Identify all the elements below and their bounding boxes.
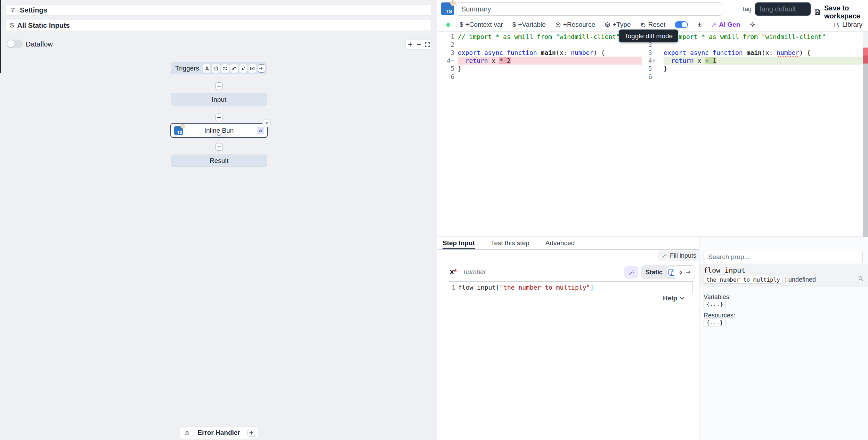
- schedule-icon[interactable]: [212, 64, 219, 73]
- code-diff-editor[interactable]: 1234−56 // import * as wmill from "windm…: [438, 31, 868, 237]
- library-button[interactable]: Library: [834, 21, 862, 28]
- reset-button[interactable]: Reset: [640, 21, 666, 28]
- fill-inputs-label: Fill inputs: [670, 252, 696, 259]
- input-node[interactable]: Input: [171, 94, 267, 105]
- add-error-handler-icon[interactable]: [248, 429, 255, 437]
- add-resource-button[interactable]: +Resource: [555, 21, 595, 28]
- line-numbers: 1234−56: [438, 33, 454, 81]
- flow-canvas[interactable]: Settings $ All Static Inputs Dataflow Tr…: [0, 0, 437, 440]
- resources-value[interactable]: {...}: [704, 319, 726, 326]
- dollar-icon: $: [460, 21, 463, 28]
- tab-advanced[interactable]: Advanced: [545, 237, 575, 249]
- flow-input-prop[interactable]: flow_input the number to multiply : unde…: [699, 264, 868, 287]
- code-token: (x:: [556, 49, 571, 56]
- settings-button[interactable]: Settings: [6, 5, 432, 16]
- code-token: [503, 49, 507, 56]
- left-scrollbar[interactable]: [0, 0, 1, 73]
- summary-input[interactable]: [456, 2, 723, 16]
- canvas-zoom-controls: [405, 39, 432, 50]
- settings-label: Settings: [20, 6, 47, 14]
- line-number: 2: [438, 41, 454, 49]
- static-mode-button[interactable]: Static: [643, 269, 665, 276]
- ai-fill-button[interactable]: [624, 266, 638, 279]
- line-number: 5: [438, 65, 454, 73]
- code-token: [709, 49, 713, 56]
- postgres-icon[interactable]: [240, 64, 247, 73]
- tab-step-input[interactable]: Step Input: [443, 237, 475, 249]
- code-line: return x + 1: [664, 57, 862, 65]
- line-number: 6: [648, 73, 660, 81]
- edge-line: [219, 151, 219, 155]
- diff-original-code[interactable]: // import * as wmill from "windmill-clie…: [458, 33, 642, 81]
- scrollbar-thumb[interactable]: [863, 64, 868, 237]
- all-static-inputs-button[interactable]: $ All Static Inputs: [6, 20, 432, 31]
- diff-overview-ruler[interactable]: [863, 32, 868, 236]
- help-button[interactable]: Help: [663, 294, 684, 302]
- zoom-in-icon[interactable]: [407, 42, 413, 47]
- code-line: export async function main(x: number) {: [458, 49, 642, 57]
- insert-step-button[interactable]: [215, 143, 223, 151]
- diff-mode-toggle[interactable]: [675, 21, 688, 28]
- diff-original-pane[interactable]: 1234−56 // import * as wmill from "windm…: [438, 32, 643, 236]
- edge-line: [219, 138, 219, 143]
- plug-icon: [678, 269, 683, 275]
- code-token: number: [571, 49, 593, 56]
- code-token: [743, 49, 747, 56]
- result-node[interactable]: Result: [171, 155, 267, 166]
- reset-icon: [640, 22, 646, 28]
- error-handler-node[interactable]: Error Handler: [180, 426, 258, 439]
- help-label: Help: [663, 294, 677, 302]
- add-context-var-button[interactable]: $+Context var: [460, 21, 503, 28]
- code-token: // import * as wmill from "windmill-clie…: [458, 33, 620, 40]
- tab-test-this-step[interactable]: Test this step: [491, 237, 529, 249]
- input-expression-code[interactable]: flow_input["the number to multiply"]: [458, 284, 594, 291]
- insert-step-button[interactable]: [215, 114, 223, 121]
- dataflow-toggle[interactable]: [7, 40, 23, 48]
- variables-label: Variables:: [704, 293, 731, 301]
- add-variable-button[interactable]: $+Variable: [512, 21, 546, 28]
- code-line: }: [458, 65, 642, 73]
- code-token: x: [694, 57, 705, 64]
- connect-input-button[interactable]: [674, 265, 695, 279]
- prop-name[interactable]: flow_input: [704, 266, 745, 274]
- zoom-out-icon[interactable]: [416, 42, 422, 47]
- kafka-icon[interactable]: [258, 64, 265, 73]
- diff-icon: ±: [697, 20, 701, 29]
- close-icon[interactable]: ×: [262, 119, 271, 127]
- code-token: ]: [590, 284, 594, 291]
- websocket-icon[interactable]: [230, 64, 238, 73]
- package-icon: [555, 22, 561, 28]
- step-id-badge: a: [257, 127, 264, 134]
- ai-gen-button[interactable]: AI Gen: [711, 21, 740, 28]
- diff-modified-pane[interactable]: 1234+56 // import * as wmill from "windm…: [643, 32, 868, 236]
- line-number: 6: [438, 73, 454, 81]
- save-icon: [814, 9, 821, 16]
- tag-input[interactable]: [755, 2, 811, 16]
- chevron-down-icon[interactable]: [211, 133, 227, 137]
- edge-line: [219, 90, 219, 94]
- variables-value[interactable]: {...}: [704, 301, 726, 307]
- diff-modified-code[interactable]: // import * as wmill from "windmill-clie…: [664, 33, 862, 81]
- add-type-button[interactable]: +Type: [605, 21, 631, 28]
- search-prop-input[interactable]: [704, 251, 863, 263]
- fullscreen-icon[interactable]: [425, 42, 430, 47]
- fill-inputs-button[interactable]: Fill inputs: [658, 250, 700, 261]
- webhook-icon[interactable]: [203, 64, 210, 73]
- email-icon[interactable]: [249, 64, 256, 73]
- result-node-label: Result: [210, 157, 228, 165]
- code-token: [480, 49, 484, 56]
- gear-icon[interactable]: [749, 22, 756, 28]
- insert-step-button[interactable]: [215, 82, 223, 90]
- code-token: ) {: [593, 49, 605, 56]
- prop-description-pill[interactable]: the number to multiply: [704, 276, 783, 284]
- search-icon[interactable]: [858, 276, 863, 281]
- edge-line: [219, 105, 219, 114]
- inline-bun-node[interactable]: TS Inline Bun a ×: [170, 123, 268, 138]
- code-token: + 1: [705, 57, 716, 64]
- code-token: }: [458, 65, 462, 72]
- code-token: export: [664, 49, 686, 56]
- line-number: 3: [438, 49, 454, 57]
- code-token: ) {: [799, 49, 811, 56]
- input-expression-editor[interactable]: 1 flow_input["the number to multiply"]: [449, 281, 693, 293]
- route-icon[interactable]: [221, 64, 229, 73]
